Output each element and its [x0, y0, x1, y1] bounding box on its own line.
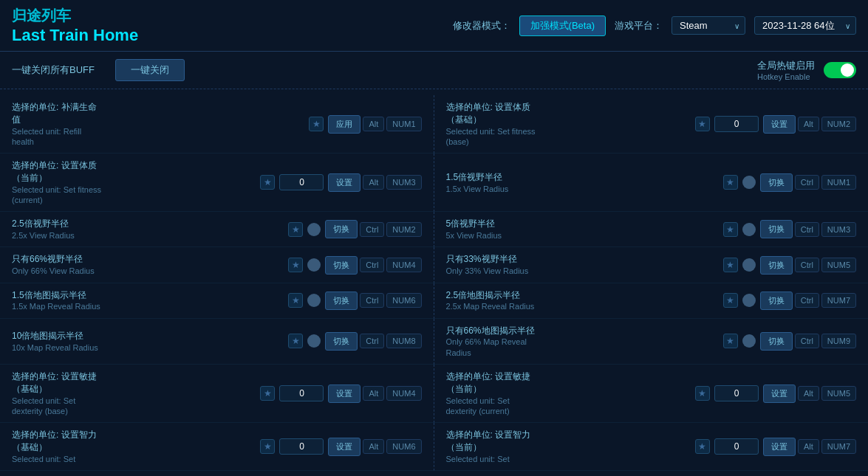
- cheat-item: 1.5倍地图揭示半径1.5x Map Reveal Radius★切换CtrlN…: [0, 283, 434, 319]
- action-button[interactable]: 设置: [763, 438, 796, 456]
- cheat-name-cn: 选择的单位: 设置体质 （基础）: [446, 101, 691, 126]
- value-input[interactable]: [279, 438, 324, 455]
- top-bar: 一键关闭所有BUFF 一键关闭 全局热键启用 Hotkey Enable: [0, 52, 868, 89]
- cheat-item: 10倍地图揭示半径10x Map Reveal Radius★切换CtrlNUM…: [0, 319, 434, 365]
- star-button[interactable]: ★: [723, 334, 738, 348]
- cheat-name-en: Selected unit: Set fitness (base): [446, 126, 691, 148]
- action-button[interactable]: 切换: [760, 256, 793, 275]
- action-button[interactable]: 设置: [328, 173, 360, 192]
- value-input[interactable]: [714, 438, 759, 455]
- key-badge: NUM5: [821, 386, 856, 401]
- header-left: 归途列车 Last Train Home: [12, 6, 138, 45]
- action-button[interactable]: 切换: [325, 220, 358, 238]
- header-right: 修改器模式： 加强模式(Beta) 游戏平台： Steam Epic GOG 2…: [453, 15, 856, 36]
- toggle-circle[interactable]: [307, 223, 321, 236]
- action-group: 设置AltNUM2: [763, 115, 856, 134]
- close-all-button[interactable]: 一键关闭: [115, 59, 185, 81]
- cheat-name-cn: 只有33%视野半径: [446, 253, 719, 266]
- cheat-name-cn: 选择的单位: 设置敏捷 （基础）: [12, 370, 256, 396]
- toggle-circle[interactable]: [742, 334, 756, 348]
- toggle-circle[interactable]: [307, 294, 321, 307]
- star-button[interactable]: ★: [723, 258, 738, 272]
- cheat-item: 2.5倍视野半径2.5x View Radius★切换CtrlNUM2: [0, 212, 434, 247]
- star-button[interactable]: ★: [288, 222, 303, 237]
- star-button[interactable]: ★: [288, 293, 303, 308]
- cheat-info: 2.5倍地图揭示半径2.5x Map Reveal Radius: [446, 289, 719, 312]
- cheat-name-cn: 选择的单位: 设置敏捷 （当前）: [446, 370, 691, 396]
- key-badge: Alt: [798, 439, 819, 454]
- action-button[interactable]: 设置: [763, 384, 796, 403]
- toggle-circle[interactable]: [307, 334, 321, 348]
- key-badge: NUM1: [386, 117, 421, 131]
- action-group: 设置AltNUM4: [328, 384, 421, 403]
- key-badge: NUM4: [386, 258, 421, 272]
- version-select[interactable]: 2023-11-28 64位: [754, 16, 856, 35]
- value-input[interactable]: [714, 116, 759, 132]
- star-button[interactable]: ★: [260, 175, 275, 190]
- star-button[interactable]: ★: [723, 175, 738, 190]
- star-button[interactable]: ★: [288, 334, 303, 348]
- platform-select[interactable]: Steam Epic GOG: [671, 16, 745, 35]
- action-button[interactable]: 设置: [328, 384, 360, 403]
- beta-mode-button[interactable]: 加强模式(Beta): [519, 15, 606, 36]
- key-badge: NUM7: [821, 293, 856, 308]
- star-button[interactable]: ★: [723, 293, 738, 308]
- cheat-item: 只有66%地图揭示半径Only 66% Map Reveal Radius★切换…: [434, 319, 869, 365]
- cheat-name-cn: 选择的单位: 设置智力 （基础）: [12, 429, 256, 454]
- cheat-item: 选择的单位: 设置敏捷 （当前）Selected unit: Set dexte…: [434, 365, 869, 423]
- star-button[interactable]: ★: [695, 439, 710, 454]
- star-button[interactable]: ★: [695, 386, 710, 401]
- hotkey-sublabel: Hotkey Enable: [757, 72, 815, 81]
- toggle-circle[interactable]: [742, 294, 756, 307]
- cheat-name-cn: 2.5倍视野半径: [12, 218, 284, 230]
- action-button[interactable]: 切换: [325, 256, 358, 275]
- version-select-wrapper: 2023-11-28 64位: [754, 16, 856, 35]
- cheat-info: 选择的单位: 设置体质 （当前）Selected unit: Set fitne…: [12, 159, 256, 205]
- action-group: 切换CtrlNUM4: [325, 256, 421, 275]
- star-button[interactable]: ★: [309, 117, 324, 131]
- hotkey-toggle[interactable]: [824, 62, 856, 78]
- action-button[interactable]: 切换: [325, 332, 358, 351]
- star-button[interactable]: ★: [260, 386, 275, 401]
- toggle-circle[interactable]: [742, 223, 756, 236]
- key-badge: Ctrl: [795, 175, 819, 190]
- cheat-grid: 选择的单位: 补满生命 值Selected unit: Refill healt…: [0, 89, 868, 476]
- key-badge: Ctrl: [360, 293, 384, 308]
- action-group: 切换CtrlNUM2: [325, 220, 421, 238]
- action-group: 切换CtrlNUM5: [760, 256, 856, 275]
- cheat-item: 选择的单位: 设置智力 （当前）Selected unit: Set★设置Alt…: [434, 423, 869, 471]
- cheat-info: 1.5倍地图揭示半径1.5x Map Reveal Radius: [12, 289, 284, 312]
- cheat-name-en: Selected unit: Refill health: [12, 126, 304, 148]
- value-input[interactable]: [279, 174, 324, 190]
- action-button[interactable]: 切换: [325, 292, 358, 310]
- star-button[interactable]: ★: [288, 258, 303, 272]
- toggle-circle[interactable]: [307, 258, 321, 272]
- action-button[interactable]: 切换: [760, 292, 793, 310]
- toggle-circle[interactable]: [742, 258, 756, 272]
- star-button[interactable]: ★: [723, 222, 738, 237]
- action-button[interactable]: 切换: [760, 220, 793, 238]
- cheat-item: 选择的单位: 设置体质 （基础）Selected unit: Set fitne…: [434, 95, 869, 154]
- action-button[interactable]: 切换: [760, 173, 793, 192]
- action-group: 切换CtrlNUM9: [760, 332, 856, 351]
- action-button[interactable]: 设置: [763, 115, 796, 134]
- action-button[interactable]: 应用: [328, 115, 360, 134]
- toggle-circle[interactable]: [742, 176, 756, 189]
- star-button[interactable]: ★: [260, 439, 275, 454]
- star-button[interactable]: ★: [695, 117, 710, 131]
- key-badge: Ctrl: [360, 258, 384, 272]
- app-title-cn: 归途列车: [12, 6, 138, 26]
- platform-label: 游戏平台：: [615, 19, 663, 32]
- action-button[interactable]: 切换: [760, 332, 793, 351]
- key-badge: NUM2: [821, 117, 856, 131]
- cheat-info: 5倍视野半径5x View Radius: [446, 218, 719, 241]
- key-badge: NUM7: [821, 439, 856, 454]
- key-badge: NUM5: [821, 258, 856, 272]
- action-button[interactable]: 设置: [328, 438, 360, 456]
- key-badge: Alt: [798, 117, 819, 131]
- cheat-name-en: Only 66% View Radius: [12, 266, 284, 276]
- value-input[interactable]: [714, 385, 759, 401]
- value-input[interactable]: [279, 385, 324, 401]
- cheat-name-en: 5x View Radius: [446, 230, 719, 241]
- cheat-name-cn: 2.5倍地图揭示半径: [446, 289, 719, 302]
